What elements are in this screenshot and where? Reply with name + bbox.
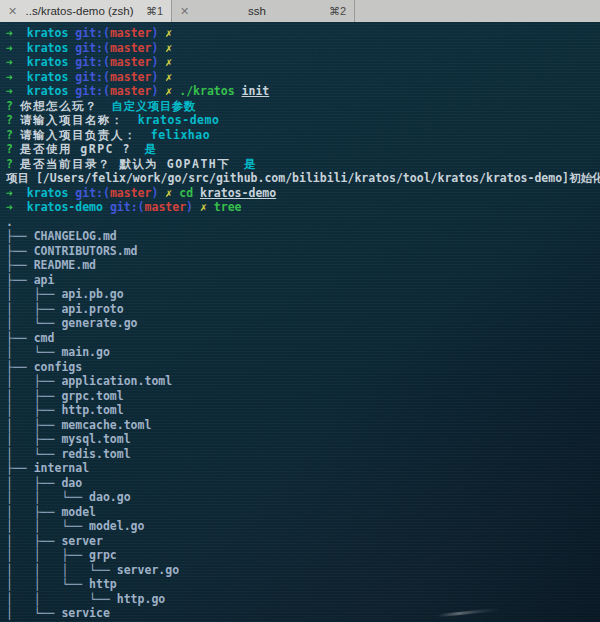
terminal-line: 项目 [/Users/felix/work/go/src/github.com/… [6, 171, 600, 186]
terminal-line: │ │ └── http [6, 577, 600, 592]
terminal-line: ? 请输入项目负责人： felixhao [6, 128, 600, 143]
terminal-line: ? 是否使用 gRPC ? 是 [6, 142, 600, 157]
terminal-line: . [6, 215, 600, 230]
terminal-line: ├── internal [6, 461, 600, 476]
terminal-line: │ │ └── http.go [6, 592, 600, 607]
terminal-line: ├── configs [6, 360, 600, 375]
terminal-line: │ │ └── model.go [6, 519, 600, 534]
terminal-line: ? 请输入项目名称： kratos-demo [6, 113, 600, 128]
terminal-line: │ └── main.go [6, 345, 600, 360]
terminal-line: ├── CONTRIBUTORS.md [6, 244, 600, 259]
terminal-line: ? 你想怎么玩？ 自定义项目参数 [6, 99, 600, 114]
terminal-line: │ │ └── dao.go [6, 490, 600, 505]
terminal-line: ├── CHANGELOG.md [6, 229, 600, 244]
tab-bar: ✕ ..s/kratos-demo (zsh) ⌘1 ✕ ssh ⌘2 [0, 0, 600, 22]
terminal-line: ├── api [6, 273, 600, 288]
terminal-line: │ ├── grpc.toml [6, 389, 600, 404]
close-icon[interactable]: ✕ [180, 6, 189, 17]
terminal-line: │ ├── api.proto [6, 302, 600, 317]
terminal-line: │ ├── server [6, 534, 600, 549]
terminal-line: ➜ kratos git:(master) ✗ [6, 55, 600, 70]
terminal-line: │ ├── application.toml [6, 374, 600, 389]
terminal-line: │ │ ├── grpc [6, 548, 600, 563]
tab-title: ssh [195, 5, 319, 17]
tab-bar-filler [355, 0, 600, 22]
terminal-line: ➜ kratos git:(master) ✗ ./kratos init [6, 84, 600, 99]
terminal-line: ├── cmd [6, 331, 600, 346]
terminal-line: ➜ kratos-demo git:(master) ✗ tree [6, 200, 600, 215]
terminal-output: ➜ kratos git:(master) ✗➜ kratos git:(mas… [6, 26, 600, 621]
terminal-line: │ ├── dao [6, 476, 600, 491]
terminal-window: ✕ ..s/kratos-demo (zsh) ⌘1 ✕ ssh ⌘2 ➜ kr… [0, 0, 600, 622]
terminal-line: │ └── generate.go [6, 316, 600, 331]
terminal-line: │ ├── memcache.toml [6, 418, 600, 433]
terminal-line: │ ├── http.toml [6, 403, 600, 418]
terminal-line: │ │ │ └── server.go [6, 563, 600, 578]
terminal-line: │ ├── api.pb.go [6, 287, 600, 302]
tab-kratos-demo[interactable]: ✕ ..s/kratos-demo (zsh) ⌘1 [0, 0, 172, 22]
close-icon[interactable]: ✕ [8, 6, 17, 17]
terminal-line: ➜ kratos git:(master) ✗ [6, 26, 600, 41]
terminal-line: ➜ kratos git:(master) ✗ [6, 41, 600, 56]
tab-shortcut: ⌘2 [329, 5, 346, 18]
terminal-line: │ └── redis.toml [6, 447, 600, 462]
terminal-line: ? 是否当前目录？ 默认为 GOPATH下 是 [6, 157, 600, 172]
tab-ssh[interactable]: ✕ ssh ⌘2 [172, 0, 355, 22]
terminal-line: │ └── service [6, 606, 600, 621]
terminal-screen[interactable]: ➜ kratos git:(master) ✗➜ kratos git:(mas… [0, 22, 600, 622]
terminal-line: ├── README.md [6, 258, 600, 273]
terminal-line: ➜ kratos git:(master) ✗ cd kratos-demo [6, 186, 600, 201]
terminal-line: │ ├── model [6, 505, 600, 520]
terminal-line: ➜ kratos git:(master) ✗ [6, 70, 600, 85]
tab-title: ..s/kratos-demo (zsh) [23, 5, 136, 17]
terminal-line: │ ├── mysql.toml [6, 432, 600, 447]
tab-shortcut: ⌘1 [146, 5, 163, 18]
